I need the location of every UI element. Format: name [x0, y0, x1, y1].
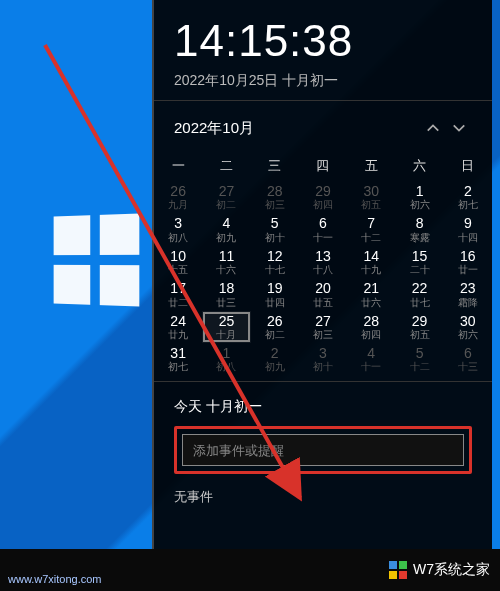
calendar-day[interactable]: 30初六	[444, 311, 492, 343]
calendar-day[interactable]: 26初二	[251, 311, 299, 343]
calendar-day[interactable]: 21廿六	[347, 278, 395, 310]
calendar-day[interactable]: 29初四	[299, 181, 347, 213]
calendar-day[interactable]: 14十九	[347, 246, 395, 278]
day-lunar: 二十	[395, 264, 443, 275]
calendar-day[interactable]: 3初十	[299, 343, 347, 375]
day-number: 18	[202, 281, 250, 296]
calendar-day[interactable]: 3初八	[154, 213, 202, 245]
clock-date: 2022年10月25日 十月初一	[174, 72, 472, 90]
day-number: 13	[299, 249, 347, 264]
windows-logo-icon	[389, 561, 407, 579]
day-lunar: 初五	[347, 199, 395, 210]
day-number: 25	[202, 314, 250, 329]
calendar-day[interactable]: 28初四	[347, 311, 395, 343]
day-lunar: 十月	[202, 329, 250, 340]
weekday-header: 六	[395, 151, 443, 181]
clock-section: 14:15:38 2022年10月25日 十月初一	[154, 0, 492, 100]
calendar-day[interactable]: 10十五	[154, 246, 202, 278]
calendar-day[interactable]: 12十七	[251, 246, 299, 278]
calendar-day[interactable]: 2初七	[444, 181, 492, 213]
calendar-day[interactable]: 17廿二	[154, 278, 202, 310]
calendar-day[interactable]: 25十月	[202, 311, 250, 343]
calendar-day[interactable]: 27初三	[299, 311, 347, 343]
calendar-day[interactable]: 1初八	[202, 343, 250, 375]
calendar-day[interactable]: 20廿五	[299, 278, 347, 310]
weekday-header: 日	[444, 151, 492, 181]
day-number: 23	[444, 281, 492, 296]
day-lunar: 九月	[154, 199, 202, 210]
calendar-day[interactable]: 26九月	[154, 181, 202, 213]
calendar-day[interactable]: 16廿一	[444, 246, 492, 278]
day-number: 2	[444, 184, 492, 199]
calendar-day[interactable]: 23霜降	[444, 278, 492, 310]
calendar-day[interactable]: 2初九	[251, 343, 299, 375]
calendar-day[interactable]: 1初六	[395, 181, 443, 213]
calendar-day[interactable]: 31初七	[154, 343, 202, 375]
calendar-day[interactable]: 30初五	[347, 181, 395, 213]
calendar-day[interactable]: 18廿三	[202, 278, 250, 310]
calendar-day[interactable]: 13十八	[299, 246, 347, 278]
month-label[interactable]: 2022年10月	[174, 119, 420, 138]
calendar-day[interactable]: 15二十	[395, 246, 443, 278]
day-number: 2	[251, 346, 299, 361]
calendar-day[interactable]: 7十二	[347, 213, 395, 245]
calendar-day[interactable]: 22廿七	[395, 278, 443, 310]
day-lunar: 初七	[444, 199, 492, 210]
calendar-day[interactable]: 27初二	[202, 181, 250, 213]
taskbar[interactable]: www.w7xitong.com W7系统之家	[0, 549, 500, 591]
day-lunar: 十二	[347, 232, 395, 243]
day-lunar: 廿一	[444, 264, 492, 275]
day-number: 27	[202, 184, 250, 199]
day-number: 29	[395, 314, 443, 329]
clock-time: 14:15:38	[174, 16, 472, 66]
day-lunar: 初五	[395, 329, 443, 340]
day-number: 15	[395, 249, 443, 264]
calendar-grid: 一二三四五六日 26九月27初二28初三29初四30初五1初六2初七3初八4初九…	[154, 151, 492, 375]
day-lunar: 十一	[347, 361, 395, 372]
day-lunar: 初三	[251, 199, 299, 210]
day-number: 6	[444, 346, 492, 361]
calendar-day[interactable]: 11十六	[202, 246, 250, 278]
add-event-input[interactable]	[182, 434, 464, 466]
calendar-day[interactable]: 5十二	[395, 343, 443, 375]
day-number: 3	[154, 216, 202, 231]
day-lunar: 初十	[299, 361, 347, 372]
calendar-day[interactable]: 29初五	[395, 311, 443, 343]
day-lunar: 寒露	[395, 232, 443, 243]
day-number: 19	[251, 281, 299, 296]
day-number: 4	[202, 216, 250, 231]
calendar-day[interactable]: 19廿四	[251, 278, 299, 310]
agenda-section: 今天 十月初一 无事件	[154, 382, 492, 514]
day-number: 26	[154, 184, 202, 199]
day-number: 22	[395, 281, 443, 296]
day-lunar: 十六	[202, 264, 250, 275]
weekday-header: 三	[251, 151, 299, 181]
chevron-up-icon	[426, 121, 440, 135]
calendar-flyout: 14:15:38 2022年10月25日 十月初一 2022年10月 一二三四五…	[152, 0, 492, 549]
calendar-day[interactable]: 24廿九	[154, 311, 202, 343]
calendar-day[interactable]: 9十四	[444, 213, 492, 245]
day-number: 3	[299, 346, 347, 361]
day-lunar: 初七	[154, 361, 202, 372]
calendar-day[interactable]: 28初三	[251, 181, 299, 213]
calendar-day[interactable]: 8寒露	[395, 213, 443, 245]
day-lunar: 初二	[202, 199, 250, 210]
calendar-day[interactable]: 6十三	[444, 343, 492, 375]
next-month-button[interactable]	[446, 115, 472, 141]
day-lunar: 十四	[444, 232, 492, 243]
calendar-day[interactable]: 5初十	[251, 213, 299, 245]
weekday-header: 五	[347, 151, 395, 181]
calendar-day[interactable]: 4十一	[347, 343, 395, 375]
day-number: 21	[347, 281, 395, 296]
day-number: 24	[154, 314, 202, 329]
day-lunar: 廿二	[154, 297, 202, 308]
calendar-day[interactable]: 6十一	[299, 213, 347, 245]
day-lunar: 初六	[444, 329, 492, 340]
calendar-day[interactable]: 4初九	[202, 213, 250, 245]
day-lunar: 十三	[444, 361, 492, 372]
day-number: 8	[395, 216, 443, 231]
prev-month-button[interactable]	[420, 115, 446, 141]
day-number: 1	[202, 346, 250, 361]
day-number: 30	[347, 184, 395, 199]
watermark-brand: W7系统之家	[389, 561, 490, 579]
